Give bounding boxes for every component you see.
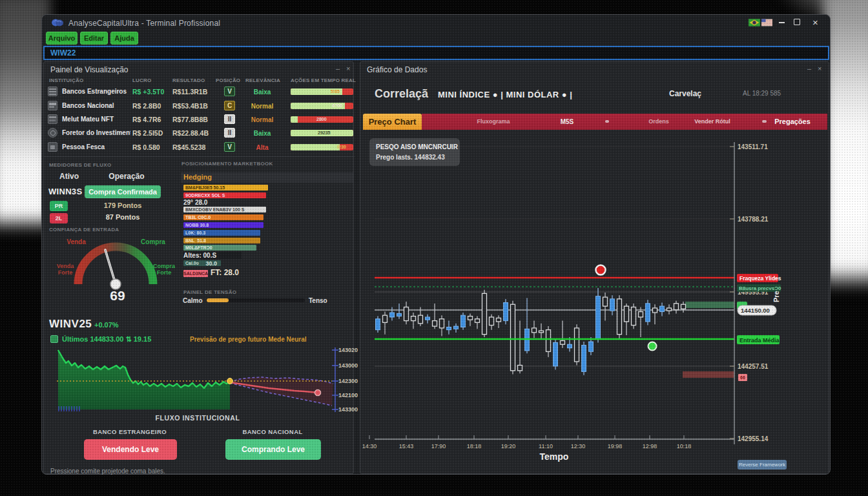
svg-text:14:30: 14:30	[362, 443, 377, 450]
svg-text:Tempo: Tempo	[540, 451, 569, 462]
svg-text:19:20: 19:20	[501, 443, 516, 450]
svg-text:12:30: 12:30	[571, 443, 586, 450]
svg-text:Pre: Pre	[772, 291, 780, 302]
svg-text:144150.00: 144150.00	[741, 307, 770, 314]
svg-text:15:43: 15:43	[399, 443, 414, 450]
svg-text:66: 66	[740, 375, 745, 380]
svg-text:10:18: 10:18	[677, 443, 692, 450]
svg-text:143511.71: 143511.71	[738, 143, 768, 150]
svg-text:144257.51: 144257.51	[738, 363, 769, 370]
svg-text:12:98: 12:98	[643, 443, 657, 450]
svg-text:18:18: 18:18	[467, 443, 482, 450]
svg-text:Entrada Média: Entrada Média	[739, 337, 780, 344]
svg-text:143788.21: 143788.21	[738, 216, 769, 223]
svg-text:17:90: 17:90	[431, 443, 446, 450]
svg-text:11:10: 11:10	[539, 443, 553, 450]
svg-text:B8usra precvsƆ0: B8usra precvsƆ0	[739, 285, 781, 291]
svg-text:142955.14: 142955.14	[738, 435, 769, 442]
svg-text:Fraqueza Ylides: Fraqueza Ylides	[739, 275, 781, 282]
svg-text:19:98: 19:98	[608, 443, 623, 450]
